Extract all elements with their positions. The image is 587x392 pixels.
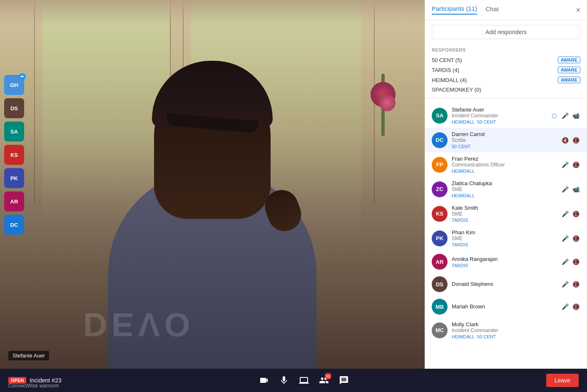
mic-icon[interactable]: 🎤 (560, 209, 570, 218)
sidebar-avatar-ds[interactable]: DS (4, 98, 24, 118)
participant-tags: TARDIS (452, 263, 556, 268)
participant-item[interactable]: AR Annika Rangarajan TARDIS 🎤 📵 (425, 251, 587, 273)
sidebar-participants: GH DS SA KS PK AR DC (4, 75, 24, 235)
participant-item[interactable]: KS Kate Smith SME TARDIS 🎤 📵 (425, 201, 587, 226)
participant-item[interactable]: FP Fran Perez Communications Officer HEI… (425, 152, 587, 177)
responder-group-name: SPACEMONKEY (0) (432, 87, 481, 93)
mic-muted-icon[interactable]: 🔇 (560, 136, 570, 145)
participant-item[interactable]: PK Phan Kim SME TARDIS 🎤 📵 (425, 226, 587, 251)
participant-item[interactable]: MB Mariah Brown 🎤 📵 (425, 295, 587, 318)
participant-controls: 🎤 📵 (560, 257, 580, 266)
tag: TARDIS (452, 242, 468, 247)
responder-group-name: HEIMDALL (4) (432, 77, 467, 83)
video-icon[interactable]: 📹 (571, 111, 580, 120)
aware-badge: AWARE (558, 57, 580, 63)
participant-role: SME (452, 236, 556, 241)
video-muted-icon[interactable]: 📵 (571, 136, 580, 145)
sidebar-avatar-sa[interactable]: SA (4, 122, 24, 141)
camera-button[interactable] (259, 375, 269, 385)
add-responders-button[interactable]: Add responders (432, 25, 580, 39)
tab-participants[interactable]: Participants (11) (432, 5, 477, 15)
video-muted-icon[interactable]: 📵 (571, 209, 580, 218)
participant-avatar: AR (432, 254, 448, 270)
participant-info: Mariah Brown (452, 303, 556, 310)
participant-name: Stefanie Auer (452, 107, 545, 113)
participant-controls: ⬡ 🎤 📹 (550, 111, 580, 120)
mic-icon[interactable]: 🎤 (560, 257, 570, 266)
participants-count-badge: 11 (325, 373, 331, 380)
microphone-button[interactable] (279, 375, 289, 385)
responder-group-50cent[interactable]: 50 CENT (5) AWARE (432, 55, 580, 65)
mic-icon[interactable]: 🎤 (560, 302, 570, 311)
share-icon[interactable]: ⬡ (550, 111, 559, 120)
sidebar-avatar-gh[interactable]: GH (4, 75, 24, 95)
participant-role: Communications Officer (452, 162, 556, 168)
share-screen-button[interactable] (299, 375, 309, 385)
tag: 50 CENT (452, 144, 470, 149)
video-icon[interactable]: 📹 (571, 185, 580, 194)
responder-group-tardis[interactable]: TARDIS (4) AWARE (432, 65, 580, 75)
video-muted-icon[interactable]: 📵 (571, 160, 580, 169)
participant-info: Darren Carrot Scribe 50 CENT (452, 131, 556, 149)
video-name-label: Stefanie Auer (8, 351, 49, 360)
chat-button[interactable] (339, 375, 349, 385)
mic-icon[interactable]: 🎤 (560, 111, 570, 120)
panel-header: Participants (11) Chat × (425, 0, 587, 20)
tab-chat[interactable]: Chat (485, 5, 499, 14)
divider (425, 98, 587, 98)
aware-badge: AWARE (558, 77, 580, 83)
tag: TARDIS (452, 263, 468, 268)
participant-avatar: FP (432, 157, 448, 173)
participant-role: SME (452, 186, 556, 192)
participant-avatar: MB (432, 299, 448, 315)
video-muted-icon[interactable]: 📵 (571, 280, 580, 289)
participant-name: Zlatica Chalupka (452, 180, 556, 186)
video-muted-icon[interactable]: 📵 (571, 234, 580, 243)
app-window: Stefanie Auer DEVO GH DS SA KS PK AR DC … (0, 0, 587, 392)
close-button[interactable]: × (576, 5, 580, 14)
sidebar-avatar-dc[interactable]: DC (4, 215, 24, 235)
participant-item-darren[interactable]: DC Darren Carrot Scribe 50 CENT 🔇 📵 (425, 128, 587, 152)
tag: HEIMDALL (452, 193, 475, 198)
sidebar-avatar-pk[interactable]: PK (4, 168, 24, 188)
responder-group-spacemonkey[interactable]: SPACEMONKEY (0) (432, 85, 580, 94)
participant-info: Fran Perez Communications Officer HEIMDA… (452, 156, 556, 174)
leave-button[interactable]: Leave (546, 374, 579, 387)
tag: HEIMDALL (452, 169, 475, 174)
participant-role: Incident Commander (452, 113, 545, 119)
warroom-label: ConnectWise warroom (8, 383, 59, 389)
mic-icon[interactable]: 🎤 (560, 280, 570, 289)
video-main: Stefanie Auer DEVO (0, 0, 425, 369)
participant-role: Incident Commander (452, 327, 576, 333)
participant-name: Darren Carrot (452, 131, 556, 137)
participant-avatar: ZC (432, 181, 448, 197)
participant-controls: 🎤 📵 (560, 280, 580, 289)
participant-info: Phan Kim SME TARDIS (452, 229, 556, 247)
sidebar-avatar-ks[interactable]: KS (4, 145, 24, 165)
participant-name: Phan Kim (452, 229, 556, 236)
participant-avatar: PK (432, 231, 448, 246)
video-muted-icon[interactable]: 📵 (571, 302, 580, 311)
participant-name: Fran Perez (452, 156, 556, 162)
sidebar-avatar-ar[interactable]: AR (4, 191, 24, 211)
participant-item[interactable]: MC Molly Clark Incident Commander HEIMDA… (425, 318, 587, 342)
participant-controls: 🔇 📵 (560, 136, 580, 145)
participant-info: Zlatica Chalupka SME HEIMDALL (452, 180, 556, 198)
participant-name: Kate Smith (452, 205, 556, 211)
mic-icon[interactable]: 🎤 (560, 234, 570, 243)
participant-avatar: MC (432, 323, 448, 338)
participants-button[interactable]: 11 (319, 375, 329, 385)
video-muted-icon[interactable]: 📵 (571, 257, 580, 266)
participant-item[interactable]: DS Donald Stephens 🎤 📵 (425, 273, 587, 295)
participant-tags: HEIMDALL (452, 193, 556, 198)
participant-item[interactable]: ZC Zlatica Chalupka SME HEIMDALL 🎤 📹 (425, 177, 587, 201)
mic-icon[interactable]: 🎤 (560, 160, 570, 169)
participant-info: Donald Stephens (452, 281, 556, 288)
tag: 50 CENT (477, 119, 496, 124)
participant-avatar: SA (432, 108, 448, 124)
mic-icon[interactable]: 🎤 (560, 185, 570, 194)
participant-item[interactable]: SA Stefanie Auer Incident Commander HEIM… (425, 103, 587, 128)
participant-name: Donald Stephens (452, 281, 556, 287)
participant-tags: TARDIS (452, 242, 556, 247)
responder-group-heimdall[interactable]: HEIMDALL (4) AWARE (432, 75, 580, 85)
